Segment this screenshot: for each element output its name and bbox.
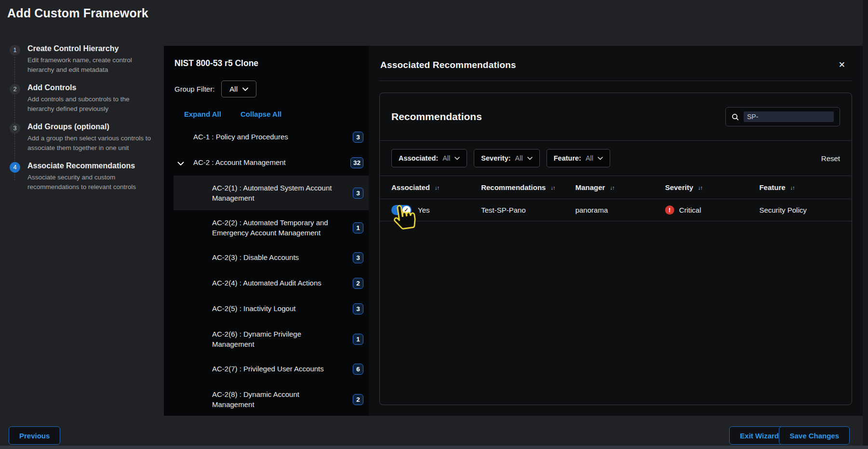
table-header: Associated↓↑Recommendations↓↑Manager↓↑Se…	[380, 176, 852, 199]
filter-dropdown-feature[interactable]: Feature:All	[547, 149, 610, 167]
step-title: Associate Recommendations	[27, 162, 152, 170]
sort-icon[interactable]: ↓↑	[550, 185, 555, 190]
column-header-manager: Manager↓↑	[575, 183, 665, 191]
step-description: Associate security and custom recommenda…	[27, 173, 152, 191]
control-tree-panel: NIST 800-53 r5 Clone Group Filter: All E…	[164, 46, 369, 416]
tree-item[interactable]: AC-2(6) : Dynamic Privilege Management1	[174, 322, 369, 356]
step-title: Add Groups (optional)	[27, 122, 152, 131]
previous-button[interactable]: Previous	[9, 426, 60, 445]
step-number-badge: 1	[10, 45, 20, 55]
chevron-down-icon	[598, 157, 603, 160]
column-header-feature: Feature↓↑	[759, 183, 840, 191]
chevron-down-icon	[454, 157, 460, 160]
filter-value: All	[442, 154, 450, 162]
sort-icon[interactable]: ↓↑	[610, 185, 614, 190]
tree-item-label: AC-1 : Policy and Procedures	[193, 132, 292, 142]
chevron-down-icon	[177, 162, 184, 166]
collapse-all-link[interactable]: Collapse All	[240, 110, 281, 118]
tree-item[interactable]: AC-1 : Policy and Procedures3	[174, 124, 369, 150]
search-box	[725, 107, 840, 126]
associated-recommendations-panel: Associated Recommendations ✕ Recommendat…	[369, 46, 863, 416]
tree-item-label: AC-2(6) : Dynamic Privilege Management	[212, 329, 338, 349]
associated-value: Yes	[418, 206, 429, 214]
close-icon[interactable]: ✕	[835, 59, 849, 71]
table-body: ✓YesTest-SP-Panopanorama!CriticalSecurit…	[380, 199, 852, 221]
count-badge: 3	[353, 132, 363, 143]
filter-dropdown-severity[interactable]: Severity:All	[474, 149, 539, 167]
step-description: Add a group then select various controls…	[27, 134, 152, 152]
search-input[interactable]	[744, 111, 834, 122]
step-number-badge: 4	[10, 162, 20, 173]
filter-value: All	[586, 154, 593, 162]
sort-icon[interactable]: ↓↑	[698, 185, 702, 190]
tree-item[interactable]: AC-2(8) : Dynamic Account Management2	[174, 382, 369, 416]
group-filter-value: All	[229, 85, 238, 93]
wizard-step[interactable]: 4Associate RecommendationsAssociate secu…	[10, 162, 159, 191]
tree-item[interactable]: AC-2(5) : Inactivity Logout3	[174, 296, 369, 322]
filter-label: Associated:	[399, 154, 438, 162]
step-description: Edit framework name, create control hier…	[27, 55, 152, 74]
associated-toggle[interactable]: ✓	[391, 205, 412, 215]
recommendations-card: Recommendations Associated:AllSeverity:A…	[379, 93, 852, 405]
wizard-step[interactable]: 1Create Control HierarchyEdit framework …	[10, 44, 159, 74]
chevron-down-icon	[242, 87, 248, 91]
column-header-associated: Associated↓↑	[391, 183, 481, 191]
step-title: Add Controls	[27, 83, 152, 92]
group-filter-dropdown[interactable]: All	[221, 81, 256, 97]
tree-item-label: AC-2 : Account Management	[193, 157, 290, 167]
count-badge: 1	[353, 222, 363, 233]
recommendation-name: Test-SP-Pano	[481, 206, 575, 214]
wizard-step[interactable]: 3Add Groups (optional)Add a group then s…	[10, 122, 159, 152]
count-badge: 3	[353, 188, 363, 199]
step-number-badge: 2	[10, 84, 20, 95]
column-header-recommendations: Recommendations↓↑	[481, 183, 575, 191]
tree-item-label: AC-2(5) : Inactivity Logout	[212, 303, 299, 313]
step-description: Add controls and subcontrols to the hier…	[27, 95, 152, 113]
group-filter-label: Group Filter:	[174, 85, 214, 93]
tree-item[interactable]: AC-2(2) : Automated Temporary and Emerge…	[174, 210, 369, 245]
count-badge: 6	[353, 364, 363, 375]
filter-dropdown-associated[interactable]: Associated:All	[391, 149, 467, 167]
tree-item-label: AC-2(8) : Dynamic Account Management	[212, 389, 338, 409]
tree-item-label: AC-2(4) : Automated Audit Actions	[212, 278, 325, 288]
filter-bar: Associated:AllSeverity:AllFeature:AllRes…	[380, 141, 852, 176]
critical-severity-icon: !	[665, 205, 674, 215]
step-title: Create Control Hierarchy	[27, 44, 152, 53]
search-icon	[732, 113, 739, 121]
wizard-steps: 1Create Control HierarchyEdit framework …	[10, 44, 159, 201]
tree-item[interactable]: AC-2(4) : Automated Audit Actions2	[174, 271, 369, 296]
tree-item[interactable]: AC-2 : Account Management32	[174, 150, 369, 176]
save-changes-button[interactable]: Save Changes	[779, 426, 850, 445]
severity-value: Critical	[679, 206, 701, 214]
reset-link[interactable]: Reset	[821, 154, 840, 163]
expanded-chevron-icon[interactable]	[177, 159, 184, 168]
filter-value: All	[515, 154, 523, 162]
section-title: Recommendations	[391, 111, 482, 122]
feature-value: Security Policy	[759, 206, 840, 214]
count-badge: 32	[350, 157, 363, 168]
panel-title: Associated Recommendations	[380, 60, 516, 70]
tree-item[interactable]: AC-2(3) : Disable Accounts3	[174, 245, 369, 271]
toggle-check-icon: ✓	[402, 206, 411, 214]
filter-label: Feature:	[554, 154, 581, 162]
framework-name: NIST 800-53 r5 Clone	[174, 58, 358, 68]
count-badge: 3	[353, 303, 363, 314]
right-edge-strip	[863, 0, 868, 449]
count-badge: 3	[353, 252, 363, 263]
count-badge: 1	[353, 334, 363, 345]
count-badge: 2	[353, 394, 363, 405]
tree-item[interactable]: AC-2(7) : Privileged User Accounts6	[174, 356, 369, 382]
control-tree: AC-1 : Policy and Procedures3AC-2 : Acco…	[164, 124, 369, 416]
bottom-edge-strip	[0, 446, 868, 449]
wizard-step[interactable]: 2Add ControlsAdd controls and subcontrol…	[10, 83, 159, 113]
tree-item[interactable]: AC-2(1) : Automated System Account Manag…	[174, 176, 369, 210]
sort-icon[interactable]: ↓↑	[790, 185, 795, 190]
chevron-down-icon	[527, 157, 533, 160]
expand-all-link[interactable]: Expand All	[184, 110, 221, 118]
sort-icon[interactable]: ↓↑	[435, 185, 439, 190]
column-header-severity: Severity↓↑	[665, 183, 760, 191]
step-number-badge: 3	[10, 123, 20, 134]
add-custom-framework-page: Add Custom Framework 1Create Control Hie…	[0, 0, 868, 449]
filter-label: Severity:	[481, 154, 510, 162]
tree-item-label: AC-2(1) : Automated System Account Manag…	[212, 183, 338, 203]
